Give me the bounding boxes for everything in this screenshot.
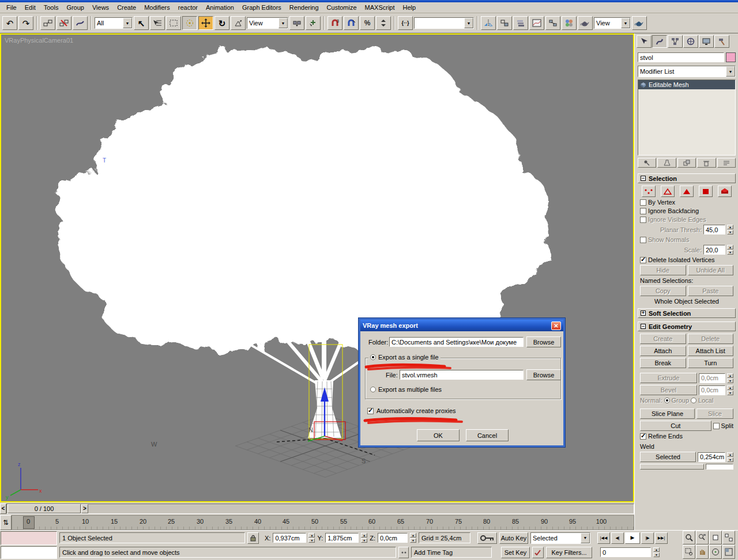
- viewport-camera-label[interactable]: VRayPhysicalCamera01: [5, 37, 73, 44]
- schematic-view-button[interactable]: [545, 16, 560, 30]
- folder-browse-button[interactable]: Browse: [526, 336, 561, 347]
- chevron-down-icon[interactable]: [581, 533, 590, 543]
- chevron-down-icon[interactable]: [464, 18, 473, 28]
- tab-hierarchy[interactable]: [668, 35, 683, 48]
- select-and-move-button[interactable]: [198, 16, 213, 30]
- sub-object-vertex-button[interactable]: [642, 186, 656, 197]
- tab-modify[interactable]: [652, 35, 667, 48]
- export-single-file-radio[interactable]: [370, 354, 376, 360]
- selection-region-rect-button[interactable]: [166, 16, 181, 30]
- next-frame-button[interactable]: [641, 532, 654, 544]
- close-icon[interactable]: ✕: [551, 321, 561, 330]
- turn-button[interactable]: Turn: [688, 358, 734, 368]
- cancel-button[interactable]: Cancel: [466, 429, 509, 441]
- communicator-button[interactable]: [398, 547, 409, 558]
- render-scene-dialog-button[interactable]: [578, 16, 593, 30]
- cut-button[interactable]: Cut: [640, 421, 711, 431]
- redo-button[interactable]: [18, 16, 33, 30]
- previous-key-button[interactable]: [0, 504, 6, 514]
- auto-proxies-checkbox[interactable]: [367, 408, 374, 414]
- sub-object-element-button[interactable]: [718, 186, 732, 197]
- object-color-swatch[interactable]: [726, 52, 736, 62]
- auto-key-button[interactable]: Auto Key: [499, 532, 528, 544]
- menu-modifiers[interactable]: Modifiers: [140, 3, 174, 12]
- export-multiple-files-option[interactable]: Export as multiple files: [368, 386, 443, 393]
- menu-group[interactable]: Group: [62, 3, 88, 12]
- pin-stack-button[interactable]: [638, 158, 656, 168]
- bevel-button[interactable]: Bevel: [640, 385, 697, 395]
- z-coord-spinner[interactable]: [410, 533, 416, 543]
- menu-customize[interactable]: Customize: [323, 3, 361, 12]
- create-button[interactable]: Create: [640, 334, 686, 344]
- by-vertex-checkbox[interactable]: [640, 199, 646, 206]
- material-editor-button[interactable]: [562, 16, 577, 30]
- attach-list-button[interactable]: Attach List: [688, 346, 734, 356]
- x-coord-spinner[interactable]: [308, 533, 315, 543]
- target-button-clipped[interactable]: [640, 464, 704, 470]
- slice-button[interactable]: Slice: [696, 408, 733, 419]
- configure-modifier-sets-button[interactable]: [717, 158, 736, 168]
- zoom-button[interactable]: [683, 531, 695, 544]
- key-mode-combo[interactable]: Selected: [530, 532, 590, 544]
- menu-maxscript[interactable]: MAXScript: [361, 3, 399, 12]
- time-slider-handle[interactable]: 0 / 100: [7, 504, 81, 513]
- unhide-all-button[interactable]: Unhide All: [688, 265, 734, 275]
- z-coord-field[interactable]: 0,0cm: [378, 533, 408, 543]
- menu-edit[interactable]: Edit: [21, 3, 40, 12]
- layer-manager-button[interactable]: [513, 16, 528, 30]
- chevron-down-icon[interactable]: [621, 18, 630, 28]
- normal-group-radio[interactable]: [664, 398, 670, 403]
- planar-thresh-field[interactable]: 45,0: [703, 225, 725, 234]
- undo-button[interactable]: [2, 16, 17, 30]
- next-key-button[interactable]: [81, 504, 88, 513]
- go-to-start-button[interactable]: [597, 532, 610, 544]
- file-name-field[interactable]: stvol.vrmesh: [400, 370, 524, 380]
- modifier-list-combo[interactable]: Modifier List: [638, 66, 736, 77]
- track-bar-ruler[interactable]: 0 5 10 15 20 25 30 35 40 45 50 55 60 65 …: [12, 515, 634, 530]
- paste-button[interactable]: Paste: [688, 286, 734, 296]
- mirror-button[interactable]: [481, 16, 496, 30]
- spinner-snap-toggle[interactable]: [376, 16, 391, 30]
- sub-object-polygon-button[interactable]: [699, 186, 713, 197]
- select-object-button[interactable]: [134, 16, 149, 30]
- maxscript-mini-listener-pink[interactable]: [1, 531, 57, 545]
- tab-display[interactable]: [699, 35, 714, 48]
- time-slider-track[interactable]: 0 / 100: [6, 504, 634, 514]
- use-pivot-center-button[interactable]: [289, 16, 304, 30]
- tab-motion[interactable]: [683, 35, 698, 48]
- menu-animation[interactable]: Animation: [202, 3, 238, 12]
- soft-selection-rollout-header[interactable]: Soft Selection: [638, 308, 736, 318]
- render-type-combo[interactable]: View: [594, 17, 631, 29]
- min-max-toggle-button[interactable]: [722, 545, 735, 559]
- chevron-down-icon[interactable]: [278, 18, 288, 28]
- percent-snap-toggle[interactable]: [360, 16, 375, 30]
- align-button[interactable]: [497, 16, 512, 30]
- make-unique-button[interactable]: [677, 158, 696, 168]
- dialog-title-bar[interactable]: VRay mesh export ✕: [360, 320, 563, 331]
- select-and-manipulate-button[interactable]: [306, 16, 321, 30]
- selection-rollout-header[interactable]: Selection: [638, 173, 736, 183]
- ok-button[interactable]: OK: [417, 429, 460, 441]
- menu-views[interactable]: Views: [88, 3, 113, 12]
- zoom-region-button[interactable]: [683, 545, 695, 559]
- export-single-file-option[interactable]: Export as a single file: [368, 354, 440, 361]
- scale-spinner[interactable]: [727, 245, 733, 255]
- extrude-button[interactable]: Extrude: [640, 373, 697, 383]
- stack-item-editable-mesh[interactable]: Editable Mesh: [638, 80, 735, 89]
- play-button[interactable]: [625, 532, 640, 544]
- go-to-end-button[interactable]: [655, 532, 668, 544]
- remove-modifier-button[interactable]: [697, 158, 716, 168]
- x-coord-field[interactable]: 0,937cm: [273, 533, 306, 543]
- bevel-spinner[interactable]: [727, 385, 733, 395]
- delete-button[interactable]: Delete: [688, 334, 734, 344]
- quick-render-button[interactable]: [632, 16, 647, 30]
- planar-thresh-spinner[interactable]: [727, 225, 733, 234]
- set-keys-button[interactable]: [477, 532, 497, 544]
- menu-tools[interactable]: Tools: [40, 3, 63, 12]
- extrude-spinner[interactable]: [727, 373, 733, 383]
- chevron-down-icon[interactable]: [123, 18, 132, 28]
- open-mini-curve-editor-button[interactable]: [0, 515, 12, 530]
- bevel-field[interactable]: 0,0cm: [699, 385, 725, 395]
- select-and-scale-button[interactable]: [231, 16, 246, 30]
- delete-isolated-vertices-checkbox[interactable]: [640, 257, 646, 263]
